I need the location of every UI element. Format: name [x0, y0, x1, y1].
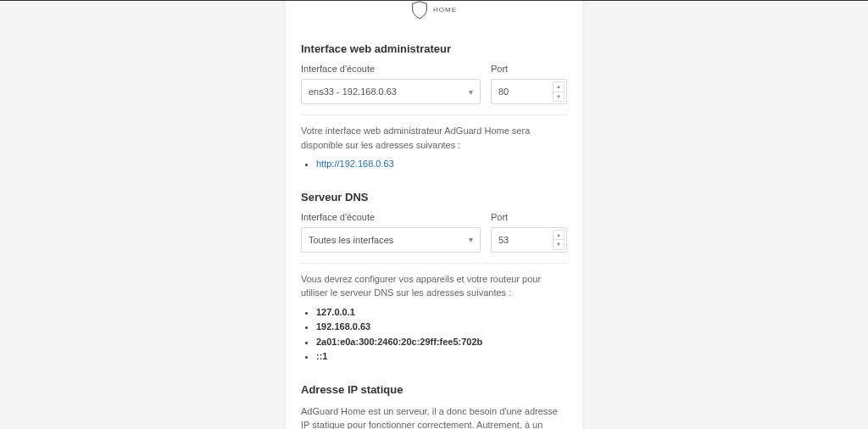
spinner-up-icon[interactable]: ▲	[554, 231, 564, 241]
web-interface-select[interactable]: ens33 - 192.168.0.63 ▾	[301, 79, 481, 104]
spinner-down-icon[interactable]: ▼	[554, 240, 564, 249]
dns-desc: Vous devrez configurer vos appareils et …	[301, 272, 567, 300]
chevron-down-icon: ▾	[469, 87, 473, 97]
static-ip-desc: AdGuard Home est un serveur, il a donc b…	[301, 404, 567, 429]
web-desc: Votre interface web administrateur AdGua…	[301, 124, 567, 152]
web-interface-value: ens33 - 192.168.0.63	[309, 86, 397, 97]
chevron-down-icon: ▾	[469, 235, 473, 244]
address-link[interactable]: http://192.168.0.63	[316, 159, 394, 169]
dns-interface-value: Toutes les interfaces	[309, 235, 393, 245]
logo-area: HOME	[301, 1, 567, 34]
dns-port-input[interactable]: 53 ▲ ▼	[491, 227, 567, 253]
dns-port-value: 53	[498, 235, 509, 245]
list-item: http://192.168.0.63	[316, 157, 567, 172]
setup-card: HOME Interface web administrateur Interf…	[286, 1, 582, 429]
list-item: 192.168.0.63	[316, 320, 567, 335]
spinner-down-icon[interactable]: ▼	[554, 92, 564, 102]
web-port-value: 80	[498, 86, 509, 97]
web-section-title: Interface web administrateur	[301, 42, 567, 55]
divider	[301, 263, 567, 264]
spinner-up-icon[interactable]: ▲	[554, 82, 564, 92]
divider	[301, 114, 567, 115]
logo-text: HOME	[433, 7, 457, 14]
web-interface-label: Interface d'écoute	[301, 64, 481, 74]
list-item: 2a01:e0a:300:2460:20c:29ff:fee5:702b	[316, 335, 567, 350]
dns-interface-select[interactable]: Toutes les interfaces ▾	[301, 227, 481, 253]
dns-port-label: Port	[491, 212, 567, 222]
shield-icon	[411, 1, 428, 20]
web-port-label: Port	[491, 64, 567, 74]
number-spinner[interactable]: ▲ ▼	[553, 230, 565, 250]
static-ip-title: Adresse IP statique	[301, 383, 567, 396]
dns-interface-label: Interface d'écoute	[301, 212, 481, 222]
list-item: 127.0.0.1	[316, 305, 567, 320]
web-address-list: http://192.168.0.63	[301, 157, 567, 172]
dns-section-title: Serveur DNS	[301, 191, 567, 203]
web-port-input[interactable]: 80 ▲ ▼	[491, 79, 567, 104]
list-item: ::1	[316, 349, 567, 365]
number-spinner[interactable]: ▲ ▼	[553, 81, 565, 102]
dns-address-list: 127.0.0.1192.168.0.632a01:e0a:300:2460:2…	[301, 305, 567, 365]
